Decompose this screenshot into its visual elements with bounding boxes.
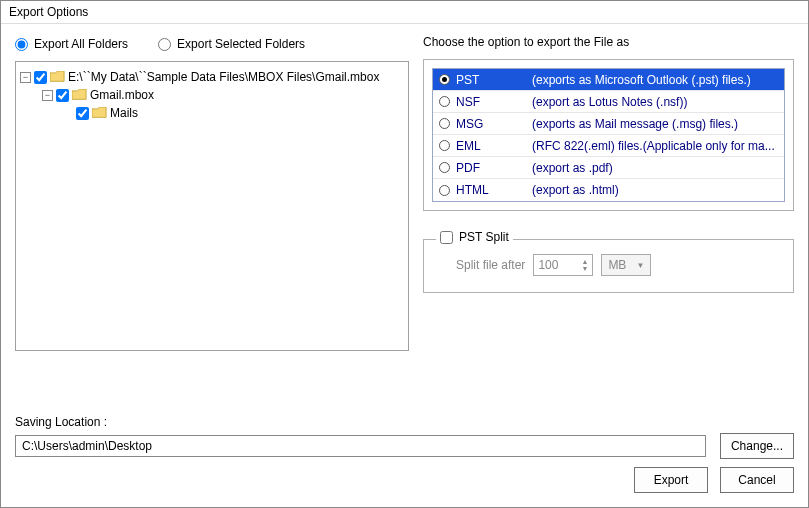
format-name: MSG xyxy=(456,117,526,131)
format-option-pst[interactable]: PST(exports as Microsoft Outlook (.pst) … xyxy=(433,69,784,91)
format-radio[interactable] xyxy=(439,74,450,85)
window-title: Export Options xyxy=(1,1,808,24)
format-name: PDF xyxy=(456,161,526,175)
tree-root-node[interactable]: − E:\``My Data\``Sample Data Files\MBOX … xyxy=(20,68,404,86)
format-option-html[interactable]: HTML(export as .html) xyxy=(433,179,784,201)
format-list[interactable]: PST(exports as Microsoft Outlook (.pst) … xyxy=(432,68,785,202)
format-desc: (exports as Microsoft Outlook (.pst) fil… xyxy=(532,73,778,87)
choose-format-label: Choose the option to export the File as xyxy=(423,35,794,49)
saving-location-input[interactable] xyxy=(15,435,706,457)
folder-icon xyxy=(92,107,107,119)
tree-leaf-node[interactable]: Mails xyxy=(20,104,404,122)
split-unit-select[interactable]: MB ▼ xyxy=(601,254,651,276)
chevron-down-icon[interactable]: ▼ xyxy=(581,265,588,272)
tree-leaf-label: Mails xyxy=(110,106,138,120)
export-button[interactable]: Export xyxy=(634,467,708,493)
content-area: Export All Folders Export Selected Folde… xyxy=(1,27,808,507)
export-all-label: Export All Folders xyxy=(34,37,128,51)
saving-location-section: Saving Location : Change... xyxy=(15,415,794,459)
collapse-icon[interactable]: − xyxy=(42,90,53,101)
format-name: HTML xyxy=(456,183,526,197)
split-size-value: 100 xyxy=(538,258,558,272)
tree-root-checkbox[interactable] xyxy=(34,71,47,84)
format-desc: (export as .html) xyxy=(532,183,778,197)
change-button[interactable]: Change... xyxy=(720,433,794,459)
format-option-nsf[interactable]: NSF(export as Lotus Notes (.nsf)) xyxy=(433,91,784,113)
tree-child-label: Gmail.mbox xyxy=(90,88,154,102)
format-desc: (exports as Mail message (.msg) files.) xyxy=(532,117,778,131)
split-after-label: Split file after xyxy=(456,258,525,272)
chevron-up-icon[interactable]: ▲ xyxy=(581,258,588,265)
format-box: PST(exports as Microsoft Outlook (.pst) … xyxy=(423,59,794,211)
tree-child-checkbox[interactable] xyxy=(56,89,69,102)
format-desc: (export as .pdf) xyxy=(532,161,778,175)
format-option-msg[interactable]: MSG(exports as Mail message (.msg) files… xyxy=(433,113,784,135)
pst-split-label: PST Split xyxy=(459,230,509,244)
folder-tree[interactable]: − E:\``My Data\``Sample Data Files\MBOX … xyxy=(15,61,409,351)
format-name: PST xyxy=(456,73,526,87)
format-radio[interactable] xyxy=(439,162,450,173)
folder-icon xyxy=(72,89,87,101)
format-radio[interactable] xyxy=(439,118,450,129)
format-name: EML xyxy=(456,139,526,153)
format-option-eml[interactable]: EML(RFC 822(.eml) files.(Applicable only… xyxy=(433,135,784,157)
pst-split-checkbox[interactable] xyxy=(440,231,453,244)
format-desc: (export as Lotus Notes (.nsf)) xyxy=(532,95,778,109)
cancel-button[interactable]: Cancel xyxy=(720,467,794,493)
format-radio[interactable] xyxy=(439,140,450,151)
tree-leaf-checkbox[interactable] xyxy=(76,107,89,120)
pst-split-group: PST Split Split file after 100 ▲ ▼ MB xyxy=(423,239,794,293)
chevron-down-icon[interactable]: ▼ xyxy=(636,261,644,270)
collapse-icon[interactable]: − xyxy=(20,72,31,83)
saving-location-label: Saving Location : xyxy=(15,415,794,429)
format-radio[interactable] xyxy=(439,185,450,196)
format-name: NSF xyxy=(456,95,526,109)
format-radio[interactable] xyxy=(439,96,450,107)
tree-root-label: E:\``My Data\``Sample Data Files\MBOX Fi… xyxy=(68,70,379,84)
split-unit-value: MB xyxy=(608,258,626,272)
export-all-radio[interactable] xyxy=(15,38,28,51)
format-desc: (RFC 822(.eml) files.(Applicable only fo… xyxy=(532,139,778,153)
export-all-option[interactable]: Export All Folders xyxy=(15,37,128,51)
folder-icon xyxy=(50,71,65,83)
export-selected-label: Export Selected Folders xyxy=(177,37,305,51)
export-options-window: Export Options Export All Folders Export… xyxy=(0,0,809,508)
tree-child-node[interactable]: − Gmail.mbox xyxy=(20,86,404,104)
export-selected-radio[interactable] xyxy=(158,38,171,51)
export-selected-option[interactable]: Export Selected Folders xyxy=(158,37,305,51)
split-size-input[interactable]: 100 ▲ ▼ xyxy=(533,254,593,276)
spinner-buttons[interactable]: ▲ ▼ xyxy=(581,258,588,272)
format-option-pdf[interactable]: PDF(export as .pdf) xyxy=(433,157,784,179)
dialog-buttons: Export Cancel xyxy=(634,467,794,493)
